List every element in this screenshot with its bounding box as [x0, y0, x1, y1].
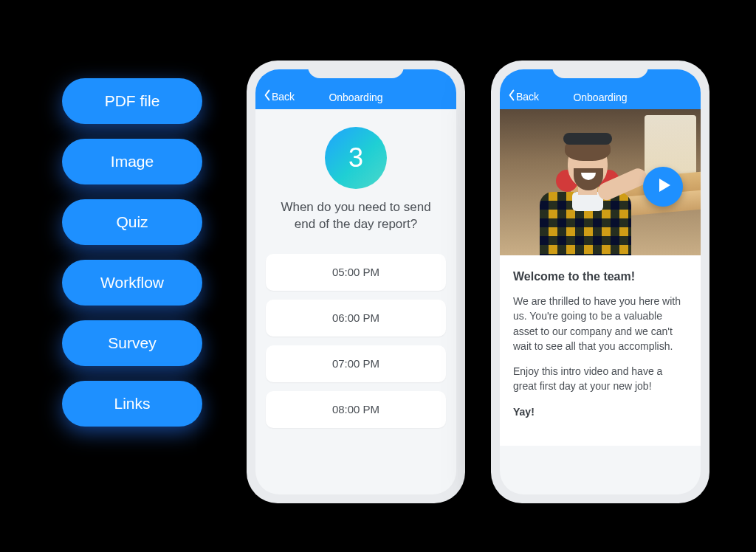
pill-label: PDF file — [105, 92, 160, 110]
welcome-yay: Yay! — [513, 404, 687, 419]
phone-mockup-welcome: Back Onboarding — [491, 61, 709, 503]
play-button[interactable] — [643, 167, 683, 207]
pill-label: Image — [111, 153, 154, 170]
quiz-options-list: 05:00 PM 06:00 PM 07:00 PM 08:00 PM — [266, 254, 446, 428]
welcome-article: Welcome to the team! We are thrilled to … — [500, 255, 701, 446]
pill-label: Links — [114, 395, 150, 413]
phone-screen: Back Onboarding 3 When do you need to se… — [255, 69, 456, 494]
pill-image[interactable]: Image — [62, 139, 202, 184]
phone-mockup-quiz: Back Onboarding 3 When do you need to se… — [247, 61, 465, 503]
pill-quiz[interactable]: Quiz — [62, 199, 202, 245]
pill-workflow[interactable]: Workflow — [62, 260, 202, 306]
quiz-option[interactable]: 08:00 PM — [266, 391, 446, 428]
step-number-badge: 3 — [325, 127, 387, 189]
welcome-paragraph: We are thrilled to have you here with us… — [513, 294, 687, 353]
chevron-left-icon — [507, 89, 516, 103]
chevron-left-icon — [263, 89, 272, 103]
intro-video-thumbnail[interactable] — [500, 109, 701, 255]
phone-notch — [552, 61, 648, 78]
quiz-option[interactable]: 05:00 PM — [266, 254, 446, 291]
welcome-paragraph: Enjoy this intro video and have a great … — [513, 364, 687, 394]
pill-label: Survey — [108, 334, 156, 352]
quiz-question-text: When do you need to send end of the day … — [266, 199, 446, 233]
quiz-option[interactable]: 06:00 PM — [266, 300, 446, 337]
pill-pdf-file[interactable]: PDF file — [62, 78, 202, 124]
phone-screen: Back Onboarding — [500, 69, 701, 494]
quiz-body: 3 When do you need to send end of the da… — [255, 109, 456, 438]
back-button[interactable]: Back — [263, 89, 295, 103]
welcome-heading: Welcome to the team! — [513, 270, 687, 283]
back-label: Back — [272, 91, 295, 103]
pill-label: Quiz — [116, 213, 148, 231]
phone-notch — [308, 61, 404, 78]
content-type-pill-stack: PDF file Image Quiz Workflow Survey Link… — [62, 78, 202, 427]
pill-links[interactable]: Links — [62, 381, 202, 427]
play-icon — [656, 178, 671, 196]
pill-survey[interactable]: Survey — [62, 320, 202, 366]
quiz-option[interactable]: 07:00 PM — [266, 345, 446, 382]
back-label: Back — [516, 91, 539, 103]
back-button[interactable]: Back — [507, 89, 539, 103]
pill-label: Workflow — [100, 274, 164, 291]
